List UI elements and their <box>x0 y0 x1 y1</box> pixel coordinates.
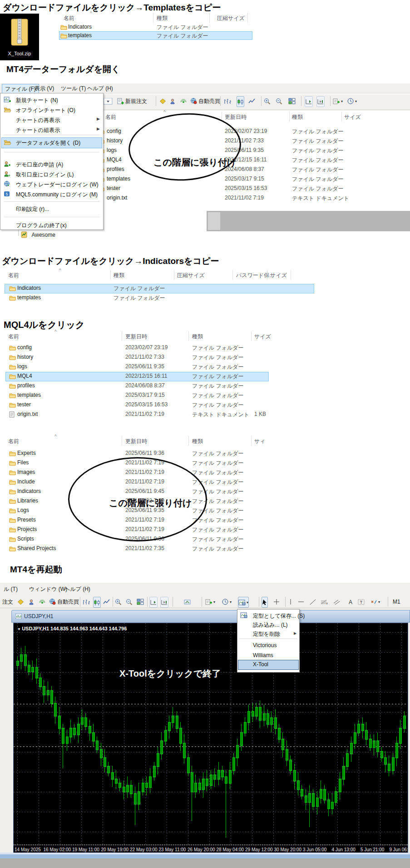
column-header[interactable]: 名前 <box>8 333 19 341</box>
person-blue-button[interactable] <box>169 96 176 106</box>
template-menu-item[interactable]: 定型を削除▶ <box>237 630 299 639</box>
chart-window-titlebar[interactable]: USDJPY,H1 <box>11 610 410 623</box>
chart-candle-button[interactable] <box>93 597 101 608</box>
column-header[interactable]: 名前 <box>8 272 19 279</box>
column-header[interactable]: 名前 <box>64 15 74 22</box>
column-separator[interactable] <box>188 436 189 446</box>
shift-end-button[interactable] <box>305 96 313 107</box>
chart-candle-button[interactable] <box>237 96 244 107</box>
list-item[interactable]: Include2021/11/02 7:19ファイル フォルダー <box>0 478 410 488</box>
zoom-in-button[interactable] <box>115 597 122 607</box>
column-header[interactable]: 圧縮サイズ <box>217 15 245 22</box>
menu-item[interactable]: 印刷設定 (r)... <box>0 205 103 214</box>
dropdown-box-button[interactable] <box>104 96 113 106</box>
menu-item[interactable]: デモ口座の申請 (A) <box>0 161 103 170</box>
signal-button[interactable] <box>39 597 45 607</box>
column-separator[interactable] <box>251 436 252 446</box>
menu-item[interactable]: データフォルダを開く (D) <box>0 139 103 148</box>
menu-item[interactable]: プログラムの終了(x) <box>0 221 103 230</box>
list-item[interactable]: Indicatorsファイル フォルダー <box>0 285 410 294</box>
list-item[interactable]: templates2025/03/17 9:15ファイル フォルダー <box>84 176 410 185</box>
shift-auto-button[interactable] <box>160 597 168 608</box>
column-separator[interactable] <box>267 270 267 280</box>
cursor-button[interactable] <box>262 597 268 608</box>
shift-end-button[interactable] <box>149 597 158 608</box>
toolbar-button[interactable]: 注文 <box>1 597 13 607</box>
list-item[interactable]: Scripts2025/06/11 9:36ファイル フォルダー <box>0 536 410 545</box>
column-separator[interactable] <box>232 270 233 280</box>
column-separator[interactable] <box>122 436 122 446</box>
chart-line-button[interactable] <box>103 597 110 607</box>
menubar-item[interactable]: 表示 (V) <box>32 84 57 93</box>
diamond-button[interactable] <box>159 96 166 106</box>
column-header[interactable]: 種類 <box>292 113 303 121</box>
globe-red-button[interactable]: 自動売買 <box>49 597 79 607</box>
shift-auto-button[interactable] <box>316 96 325 107</box>
column-separator[interactable] <box>291 270 291 280</box>
column-header[interactable]: 更新日時 <box>125 333 147 341</box>
profile-button[interactable]: ▾ <box>333 96 343 106</box>
tile-button[interactable] <box>137 597 144 607</box>
zoom-out-button[interactable] <box>126 597 133 607</box>
list-item[interactable]: tester2025/03/15 16:53ファイル フォルダー <box>84 185 410 195</box>
list-item[interactable]: profiles2024/06/08 8:37ファイル フォルダー <box>84 166 410 176</box>
sort-caret[interactable]: ^ <box>90 11 92 16</box>
column-separator[interactable] <box>153 13 153 23</box>
navigator-item-awesome[interactable]: Awesome <box>21 231 55 240</box>
column-separator[interactable] <box>188 331 189 341</box>
list-item[interactable]: origin.txt2021/11/02 7:19テキスト ドキュメント <box>84 195 410 204</box>
template-menu-item[interactable]: 読み込み... (L) <box>237 621 299 629</box>
menu-item[interactable]: 取引口座にログイン (L) <box>0 171 103 180</box>
list-item[interactable]: templatesファイル フォルダー <box>58 32 358 41</box>
column-separator[interactable] <box>251 331 252 341</box>
step-button[interactable] <box>184 597 191 607</box>
column-header[interactable]: 更新日時 <box>225 113 247 121</box>
list-item[interactable]: Presets2021/11/02 7:19ファイル フォルダー <box>0 517 410 526</box>
toolbar-button[interactable]: M1 <box>391 597 400 607</box>
column-header[interactable]: サイズ <box>344 113 361 121</box>
clock-button[interactable]: ▾ <box>347 96 357 106</box>
tile-button[interactable] <box>288 96 296 106</box>
column-header[interactable]: 名前 <box>105 113 116 121</box>
clock-button[interactable]: ▾ <box>222 597 232 607</box>
zoom-out-button[interactable] <box>276 96 283 106</box>
column-header[interactable]: 種類 <box>192 438 203 445</box>
sort-caret[interactable]: ^ <box>163 110 166 115</box>
chart-area[interactable]: ▼ USDJPY,H1 144.835 144.963 144.643 144.… <box>13 623 408 855</box>
menu-item[interactable]: オフラインチャート (O) <box>0 106 103 115</box>
template-menu-item[interactable]: Victorious <box>237 642 299 650</box>
template-button[interactable]: ▾ <box>238 597 249 608</box>
column-separator[interactable] <box>122 331 122 341</box>
column-header[interactable]: サイズ <box>254 333 271 341</box>
list-item[interactable]: Projects2021/11/02 7:19ファイル フォルダー <box>0 526 410 536</box>
list-item[interactable]: profiles2024/06/08 8:37ファイル フォルダー <box>0 382 410 392</box>
channels-button[interactable] <box>333 597 341 607</box>
template-menu-item[interactable]: Williams <box>237 652 299 660</box>
textA-button[interactable]: A <box>348 597 353 607</box>
zoom-in-button[interactable] <box>264 96 271 106</box>
globe-red-button[interactable]: 自動売買 <box>190 96 220 106</box>
column-separator[interactable] <box>110 270 111 280</box>
person-blue-button[interactable] <box>28 597 35 607</box>
chart-collapse-icon[interactable]: ▼ <box>17 627 22 631</box>
column-header[interactable]: 種類 <box>157 15 168 22</box>
chart-line-button[interactable] <box>248 96 256 106</box>
doc-add-button[interactable]: 新規注文 <box>117 96 147 106</box>
arrows-button[interactable]: ▾ <box>370 597 380 607</box>
menu-item[interactable]: チャートの組表示▶ <box>0 126 103 135</box>
list-item[interactable]: templatesファイル フォルダー <box>0 294 410 304</box>
profile-button[interactable]: ▾ <box>205 597 215 607</box>
sort-caret[interactable]: ^ <box>54 434 57 439</box>
column-header[interactable]: 更新日時 <box>125 438 147 445</box>
column-separator[interactable] <box>247 13 248 23</box>
sort-caret[interactable]: ^ <box>54 329 57 334</box>
crosshair-button[interactable] <box>273 597 280 607</box>
list-item[interactable]: templates2025/03/17 9:15ファイル フォルダー <box>0 392 410 401</box>
column-header[interactable]: 圧縮サイズ <box>177 272 205 279</box>
signal-button[interactable] <box>180 96 187 106</box>
list-item[interactable]: Files2021/11/02 7:19ファイル フォルダー <box>0 459 410 469</box>
list-item[interactable]: Shared Projects2021/11/02 7:35ファイル フォルダー <box>0 545 410 555</box>
hline-button[interactable] <box>298 597 304 607</box>
template-menu-item[interactable]: 定型として保存... (S) <box>237 612 299 620</box>
template-menu-item[interactable]: X-Tool <box>237 661 299 669</box>
